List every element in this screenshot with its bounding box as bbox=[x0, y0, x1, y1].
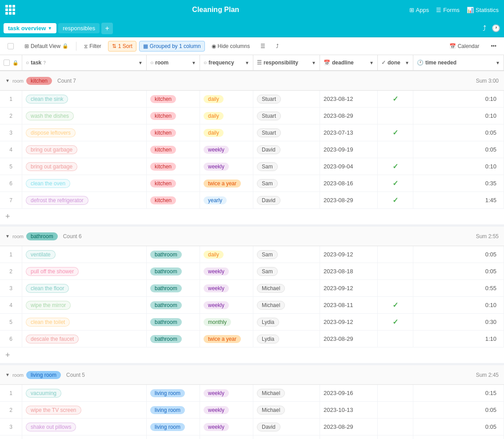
cell-room[interactable]: bathroom bbox=[147, 280, 200, 296]
history-icon[interactable]: 🕐 bbox=[492, 24, 500, 32]
table-row[interactable]: 2 pull off the shower bathroom weekly Sa… bbox=[0, 263, 504, 280]
col-check[interactable]: 🔒 bbox=[0, 55, 22, 70]
cell-task[interactable]: clean the sink bbox=[22, 91, 147, 107]
cell-frequency[interactable]: yearly bbox=[200, 192, 253, 208]
cell-responsibility[interactable]: David bbox=[253, 435, 320, 439]
apps-button[interactable]: ⊞ Apps bbox=[409, 7, 429, 13]
view-toggle-checkbox[interactable] bbox=[4, 41, 18, 52]
cell-task[interactable]: wipe the TV screen bbox=[22, 402, 147, 418]
cell-responsibility[interactable]: David bbox=[253, 419, 320, 435]
table-row[interactable]: 6 descale the faucet bathroom twice a ye… bbox=[0, 331, 504, 347]
cell-room[interactable]: kitchen bbox=[147, 124, 200, 141]
cell-room[interactable]: living room bbox=[147, 419, 200, 435]
cell-room[interactable]: bathroom bbox=[147, 331, 200, 347]
cell-frequency[interactable]: weekly bbox=[200, 385, 253, 401]
cell-responsibility[interactable]: Lydia bbox=[253, 314, 320, 330]
cell-task[interactable]: shake out pillows bbox=[22, 419, 147, 435]
header-checkbox[interactable] bbox=[4, 60, 10, 66]
cell-room[interactable]: kitchen bbox=[147, 91, 200, 107]
grouped-button[interactable]: ▦ Grouped by 1 column bbox=[139, 41, 205, 52]
group-tag-kitchen[interactable]: kitchen bbox=[26, 77, 52, 85]
cell-room[interactable]: bathroom bbox=[147, 314, 200, 330]
col-header-responsibility[interactable]: ☰ responsibility ▼ bbox=[253, 55, 320, 70]
cell-task[interactable]: wash the dishes bbox=[22, 108, 147, 124]
cell-frequency[interactable]: daily bbox=[200, 108, 253, 124]
hide-columns-button[interactable]: ◉ Hide columns bbox=[208, 41, 254, 52]
cell-responsibility[interactable]: Sam bbox=[253, 246, 320, 263]
cell-room[interactable]: kitchen bbox=[147, 141, 200, 158]
cell-task[interactable]: vacuuming bbox=[22, 385, 147, 401]
cell-responsibility[interactable]: Stuart bbox=[253, 124, 320, 141]
tab-responsibles[interactable]: responsibles bbox=[58, 23, 100, 33]
group-toggle-kitchen[interactable]: ▼ bbox=[5, 78, 10, 83]
tab-task-overview[interactable]: task overview ▼ bbox=[4, 23, 56, 33]
table-row[interactable]: 1 ventilate bathroom daily Sam 2023-09-1… bbox=[0, 246, 504, 263]
cell-room[interactable]: bathroom bbox=[147, 263, 200, 279]
group-tag-bathroom[interactable]: bathroom bbox=[26, 232, 58, 240]
cell-responsibility[interactable]: Lydia bbox=[253, 331, 320, 347]
cell-frequency[interactable]: daily bbox=[200, 246, 253, 263]
cell-frequency[interactable]: weekly bbox=[200, 280, 253, 296]
cell-task[interactable]: defrost the refrigerator bbox=[22, 192, 147, 208]
cell-task[interactable]: pull off the shower bbox=[22, 263, 147, 279]
cell-task[interactable]: ventilate bbox=[22, 246, 147, 263]
statistics-button[interactable]: 📊 Statistics bbox=[467, 7, 499, 13]
filter-button[interactable]: ⧖ Filter bbox=[80, 41, 105, 52]
cell-frequency[interactable]: daily bbox=[200, 124, 253, 141]
cell-responsibility[interactable]: Stuart bbox=[253, 91, 320, 107]
table-row[interactable]: 4 wipe the mirror bathroom weekly Michae… bbox=[0, 297, 504, 314]
cell-room[interactable]: living room bbox=[147, 385, 200, 401]
forms-button[interactable]: ☰ Forms bbox=[436, 7, 460, 13]
apps-grid-icon[interactable] bbox=[5, 5, 15, 15]
table-row[interactable]: 3 dispose leftovers kitchen daily Stuart… bbox=[0, 124, 504, 141]
cell-room[interactable]: kitchen bbox=[147, 108, 200, 124]
cell-task[interactable]: descale the faucet bbox=[22, 331, 147, 347]
group-toggle-bathroom[interactable]: ▼ bbox=[5, 234, 10, 239]
cell-task[interactable]: fold blankets bbox=[22, 435, 147, 439]
cell-task[interactable]: wipe the mirror bbox=[22, 297, 147, 313]
row-height-button[interactable]: ☰ bbox=[256, 41, 269, 52]
col-header-deadline[interactable]: 📅 deadline ▼ bbox=[320, 55, 378, 70]
cell-frequency[interactable]: weekly bbox=[200, 297, 253, 313]
cell-responsibility[interactable]: Sam bbox=[253, 158, 320, 175]
table-row[interactable]: 5 clean the toilet bathroom monthly Lydi… bbox=[0, 314, 504, 331]
cell-room[interactable]: kitchen bbox=[147, 175, 200, 192]
cell-frequency[interactable]: daily bbox=[200, 91, 253, 107]
cell-frequency[interactable]: weekly bbox=[200, 435, 253, 439]
col-header-time-needed[interactable]: 🕐 time needed ▼ bbox=[413, 55, 504, 70]
col-header-done[interactable]: ✓ done ▼ bbox=[378, 55, 413, 70]
cell-responsibility[interactable]: Sam bbox=[253, 175, 320, 192]
cell-task[interactable]: bring out garbage bbox=[22, 141, 147, 158]
table-row[interactable]: 4 fold blankets living room weekly David… bbox=[0, 435, 504, 439]
default-view-button[interactable]: ⊞ Default View 🔒 bbox=[20, 41, 72, 52]
col-header-task[interactable]: ○ task ? ▼ bbox=[22, 55, 147, 70]
cell-frequency[interactable]: weekly bbox=[200, 158, 253, 175]
table-row[interactable]: 3 shake out pillows living room weekly D… bbox=[0, 419, 504, 435]
share-button[interactable]: ⤴ bbox=[272, 41, 283, 52]
more-options-button[interactable]: ••• bbox=[487, 41, 500, 52]
cell-task[interactable]: dispose leftovers bbox=[22, 124, 147, 141]
sort-button[interactable]: ⇅ 1 Sort bbox=[108, 41, 136, 52]
cell-responsibility[interactable]: Michael bbox=[253, 280, 320, 296]
share-icon[interactable]: ⤴ bbox=[483, 24, 486, 32]
cell-frequency[interactable]: weekly bbox=[200, 263, 253, 279]
col-header-frequency[interactable]: ○ frequency ▼ bbox=[200, 55, 253, 70]
cell-task[interactable]: clean the toilet bbox=[22, 314, 147, 330]
add-row-button-bathroom[interactable]: + bbox=[0, 347, 504, 363]
col-header-room[interactable]: ○ room ▼ bbox=[147, 55, 200, 70]
cell-frequency[interactable]: weekly bbox=[200, 419, 253, 435]
cell-frequency[interactable]: weekly bbox=[200, 402, 253, 418]
cell-room[interactable]: bathroom bbox=[147, 246, 200, 263]
cell-frequency[interactable]: monthly bbox=[200, 314, 253, 330]
calendar-button[interactable]: 📅 Calendar bbox=[445, 41, 484, 52]
cell-room[interactable]: living room bbox=[147, 435, 200, 439]
cell-task[interactable]: clean the floor bbox=[22, 280, 147, 296]
table-row[interactable]: 1 clean the sink kitchen daily Stuart 20… bbox=[0, 91, 504, 108]
cell-frequency[interactable]: twice a year bbox=[200, 331, 253, 347]
cell-responsibility[interactable]: Michael bbox=[253, 385, 320, 401]
tab-dropdown-icon[interactable]: ▼ bbox=[48, 26, 52, 31]
cell-frequency[interactable]: weekly bbox=[200, 141, 253, 158]
add-row-button-kitchen[interactable]: + bbox=[0, 209, 504, 225]
table-row[interactable]: 1 vacuuming living room weekly Michael 2… bbox=[0, 385, 504, 402]
table-row[interactable]: 6 clean the oven kitchen twice a year Sa… bbox=[0, 175, 504, 192]
